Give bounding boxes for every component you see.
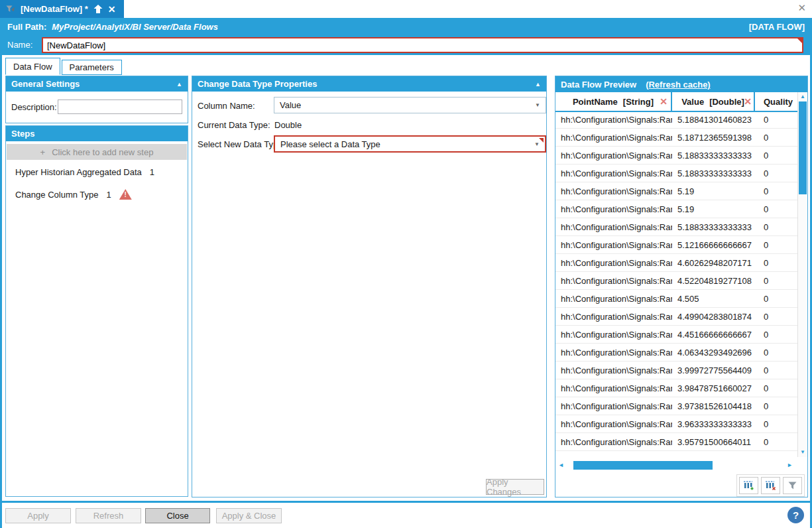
cell-value: 5.18833333333333 — [672, 222, 755, 232]
table-row[interactable]: hh:\Configuration\Signals:Ramp4.5050 — [555, 290, 797, 308]
collapse-icon[interactable]: ▲ — [535, 81, 541, 88]
remove-column-button[interactable] — [761, 477, 780, 494]
column-header-value[interactable]: Value [Double] ✕ — [672, 92, 755, 111]
apply-and-close-button[interactable]: Apply & Close — [216, 508, 282, 523]
vertical-scrollbar[interactable]: ▲ ▼ — [797, 92, 807, 457]
table-row[interactable]: hh:\Configuration\Signals:Ramp3.97381526… — [555, 397, 797, 415]
apply-button[interactable]: Apply — [5, 508, 71, 523]
description-input[interactable] — [58, 99, 182, 114]
step-item[interactable]: Hyper Historian Aggregated Data1 — [6, 161, 188, 183]
popout-arrow-icon[interactable] — [93, 5, 103, 13]
remove-column-icon[interactable]: ✕ — [744, 96, 752, 107]
table-row[interactable]: hh:\Configuration\Signals:Ramp5.18833333… — [555, 147, 797, 165]
table-row[interactable]: hh:\Configuration\Signals:Ramp5.190 — [555, 182, 797, 200]
cell-quality: 0 — [755, 151, 797, 161]
tab-data-flow[interactable]: Data Flow — [5, 58, 60, 75]
remove-column-icon[interactable]: ✕ — [660, 96, 667, 107]
table-row[interactable]: hh:\Configuration\Signals:Ramp3.95791500… — [555, 433, 797, 451]
collapse-icon[interactable]: ▲ — [176, 81, 182, 88]
table-row[interactable]: hh:\Configuration\Signals:Ramp5.12166666… — [555, 236, 797, 254]
column-header-pointname[interactable]: PointName [String] ✕ — [555, 92, 672, 111]
table-row[interactable]: hh:\Configuration\Signals:Ramp5.18833333… — [555, 218, 797, 236]
description-label: Description: — [11, 102, 58, 112]
document-tab-close-icon[interactable]: ✕ — [108, 5, 116, 14]
document-tabstrip: [NewDataFlow] * ✕ ✕ — [0, 0, 812, 18]
cell-point: hh:\Configuration\Signals:Ramp — [555, 437, 672, 447]
table-row[interactable]: hh:\Configuration\Signals:Ramp5.18833333… — [555, 165, 797, 182]
scroll-down-icon[interactable]: ▼ — [798, 448, 807, 456]
column-name-value: Value — [280, 100, 301, 110]
column-header-quality[interactable]: Quality [ — [755, 92, 797, 111]
table-row[interactable]: hh:\Configuration\Signals:Ramp4.49904283… — [555, 308, 797, 326]
cell-point: hh:\Configuration\Signals:Ramp — [555, 401, 672, 411]
help-icon[interactable]: ? — [787, 507, 804, 523]
filter-button[interactable] — [783, 477, 802, 494]
refresh-button[interactable]: Refresh — [76, 508, 141, 523]
name-field-wrap — [42, 37, 803, 53]
filter-funnel-icon — [787, 481, 797, 490]
horizontal-scrollbar-thumb[interactable] — [573, 461, 713, 470]
vertical-scrollbar-thumb[interactable] — [799, 101, 807, 194]
table-row[interactable]: hh:\Configuration\Signals:Ramp4.60262948… — [555, 254, 797, 272]
cell-point: hh:\Configuration\Signals:Ramp — [555, 383, 672, 393]
cell-point: hh:\Configuration\Signals:Ramp — [555, 365, 672, 375]
table-row[interactable]: hh:\Configuration\Signals:Ramp5.18841301… — [555, 111, 797, 129]
step-item[interactable]: Change Column Type1! — [6, 183, 188, 206]
name-input[interactable] — [42, 37, 803, 53]
table-row[interactable]: hh:\Configuration\Signals:Ramp5.18712365… — [555, 129, 797, 147]
document-tab[interactable]: [NewDataFlow] * ✕ — [0, 0, 124, 18]
cell-quality: 0 — [755, 115, 797, 125]
tab-parameters[interactable]: Parameters — [62, 60, 122, 75]
column-type: [Double] — [709, 97, 744, 107]
general-settings-header[interactable]: General Settings ▲ — [6, 76, 188, 92]
cell-quality: 0 — [755, 383, 797, 393]
cell-point: hh:\Configuration\Signals:Ramp — [555, 133, 672, 143]
preview-header: Data Flow Preview (Refresh cache) — [555, 76, 807, 92]
apply-changes-button[interactable]: Apply Changes — [486, 479, 544, 495]
properties-header[interactable]: Change Data Type Properties ▲ — [192, 76, 546, 92]
scroll-up-icon[interactable]: ▲ — [798, 93, 807, 101]
horizontal-scrollbar[interactable]: ◄ ► — [558, 461, 793, 470]
cell-quality: 0 — [755, 133, 797, 143]
cell-value: 3.93532797858099 — [672, 455, 755, 456]
cell-point: hh:\Configuration\Signals:Ramp — [555, 419, 672, 429]
table-row[interactable]: hh:\Configuration\Signals:Ramp3.99972775… — [555, 362, 797, 379]
add-column-button[interactable] — [739, 477, 758, 494]
name-label: Name: — [7, 40, 32, 50]
table-row[interactable]: hh:\Configuration\Signals:Ramp4.45166666… — [555, 326, 797, 344]
close-button[interactable]: Close — [145, 508, 210, 523]
cell-value: 3.99972775564409 — [672, 365, 755, 375]
column-name-label: Column Name: — [198, 101, 255, 111]
cell-value: 5.19 — [672, 204, 755, 214]
new-type-dropdown[interactable]: Please select a Data Type ▼ — [274, 135, 546, 153]
cell-quality: 0 — [755, 276, 797, 286]
cell-quality: 0 — [755, 222, 797, 232]
cell-point: hh:\Configuration\Signals:Ramp — [555, 348, 672, 358]
cell-value: 4.60262948207171 — [672, 258, 755, 268]
table-row[interactable]: hh:\Configuration\Signals:Ramp4.52204819… — [555, 272, 797, 290]
add-column-icon — [743, 480, 754, 491]
name-bar: Name: — [0, 35, 812, 55]
table-row[interactable]: hh:\Configuration\Signals:Ramp3.96333333… — [555, 415, 797, 433]
cell-value: 5.19 — [672, 186, 755, 196]
refresh-cache-link[interactable]: (Refresh cache) — [646, 80, 711, 90]
table-row[interactable]: hh:\Configuration\Signals:Ramp3.98478751… — [555, 379, 797, 397]
table-row[interactable]: hh:\Configuration\Signals:Ramp3.93532797… — [555, 451, 797, 456]
table-row[interactable]: hh:\Configuration\Signals:Ramp5.190 — [555, 200, 797, 218]
cell-quality: 0 — [755, 455, 797, 456]
cell-point: hh:\Configuration\Signals:Ramp — [555, 240, 672, 250]
document-tab-title: [NewDataFlow] * — [21, 4, 88, 14]
dataflow-funnel-icon — [5, 4, 15, 14]
table-row[interactable]: hh:\Configuration\Signals:Ramp4.06343293… — [555, 344, 797, 362]
add-step-button[interactable]: + Click here to add new step — [7, 144, 187, 160]
scroll-left-icon[interactable]: ◄ — [558, 461, 564, 470]
horizontal-scrollbar-track[interactable] — [567, 461, 784, 470]
column-tools-group — [736, 474, 805, 497]
column-name-dropdown[interactable]: Value ▼ — [274, 97, 546, 113]
window-close-icon[interactable]: ✕ — [797, 3, 806, 13]
steps-panel: Steps + Click here to add new step Hyper… — [5, 125, 188, 497]
cell-point: hh:\Configuration\Signals:Ramp — [555, 294, 672, 304]
scroll-right-icon[interactable]: ► — [787, 461, 793, 470]
step-item-label: Hyper Historian Aggregated Data — [15, 167, 142, 177]
properties-title: Change Data Type Properties — [198, 79, 317, 89]
